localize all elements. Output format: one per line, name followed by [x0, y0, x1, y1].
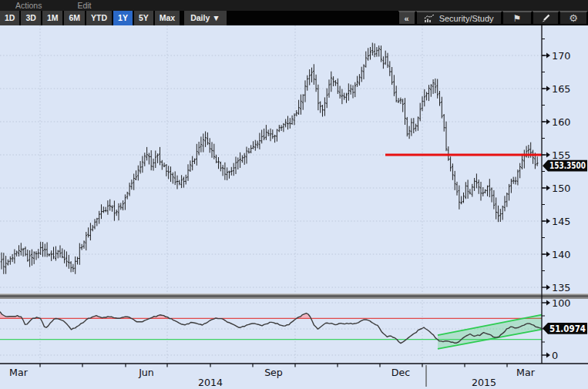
gear-icon[interactable]: ⚙	[559, 11, 588, 25]
svg-text:100: 100	[552, 297, 570, 309]
range-button-3d[interactable]: 3D	[21, 11, 40, 25]
menu-edit[interactable]: Edit	[77, 1, 91, 10]
mini-chart-icon	[424, 14, 435, 23]
range-button-1d[interactable]: 1D	[0, 11, 19, 25]
svg-text:165: 165	[552, 83, 570, 95]
range-button-6m[interactable]: 6M	[64, 11, 85, 25]
svg-text:Jun: Jun	[138, 367, 154, 378]
range-button-ytd[interactable]: YTD	[86, 11, 112, 25]
svg-text:153.3500: 153.3500	[549, 160, 586, 171]
svg-text:170: 170	[552, 50, 570, 62]
study-value-bubble: 51.0974	[543, 323, 587, 334]
range-button-1m[interactable]: 1M	[42, 11, 63, 25]
toolbar-right-group: « Security/Study ⚑ ⚙	[398, 11, 588, 25]
svg-text:145: 145	[552, 216, 570, 227]
annotate-pencil-icon[interactable]	[533, 11, 559, 25]
svg-text:2014: 2014	[198, 377, 223, 388]
range-button-max[interactable]: Max	[155, 11, 180, 25]
period-dropdown[interactable]: Daily ▼	[184, 11, 226, 25]
svg-text:140: 140	[552, 249, 570, 260]
svg-text:150: 150	[552, 183, 570, 194]
menu-actions[interactable]: Actions	[15, 1, 42, 10]
flag-icon[interactable]: ⚑	[502, 11, 533, 25]
svg-text:0: 0	[552, 350, 558, 361]
collapse-panel-button[interactable]: «	[398, 11, 416, 25]
svg-text:Sep: Sep	[264, 367, 283, 378]
svg-text:160: 160	[552, 116, 570, 128]
svg-text:135: 135	[552, 282, 570, 293]
security-study-button[interactable]: Security/Study	[416, 11, 502, 25]
svg-text:Dec: Dec	[391, 367, 410, 378]
range-button-5y[interactable]: 5Y	[134, 11, 153, 25]
menu-bar: Actions Edit	[0, 0, 588, 11]
svg-text:Mar: Mar	[516, 367, 536, 378]
svg-text:155: 155	[552, 149, 570, 161]
panel-divider[interactable]	[0, 293, 588, 299]
price-and-study-chart[interactable]: 170 165 160 155 150 145 140 135 100	[0, 25, 588, 389]
svg-text:Mar: Mar	[9, 367, 29, 378]
svg-text:51.0974: 51.0974	[549, 324, 586, 334]
range-buttons: 1D3D1M6MYTD1Y5YMax	[0, 11, 181, 25]
last-price-bubble: 153.3500	[543, 160, 587, 172]
range-button-1y[interactable]: 1Y	[113, 11, 133, 25]
svg-text:2015: 2015	[472, 377, 496, 388]
security-study-label: Security/Study	[439, 14, 494, 23]
chart-toolbar: 1D3D1M6MYTD1Y5YMax Daily ▼ « Security/St…	[0, 11, 588, 25]
